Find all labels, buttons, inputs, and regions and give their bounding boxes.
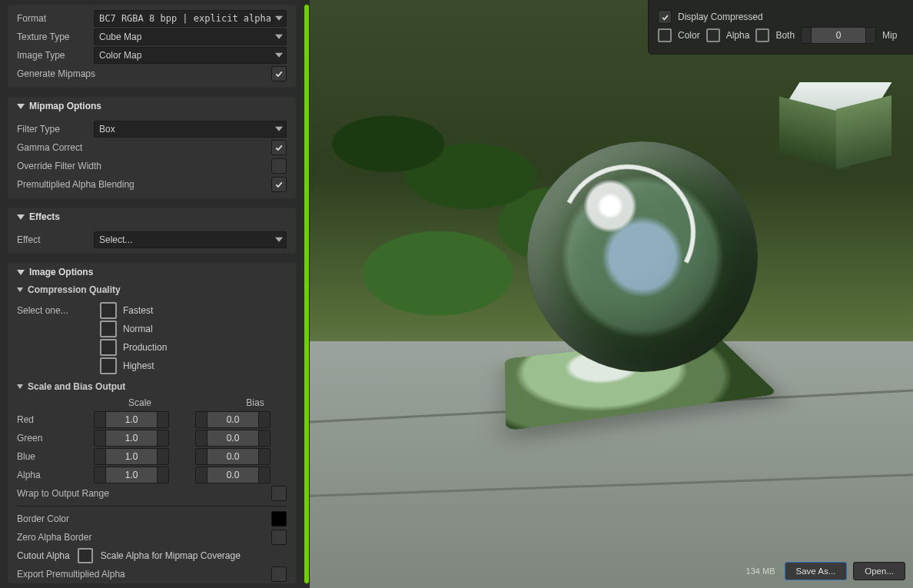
color-channel-checkbox[interactable] — [658, 28, 672, 42]
image-options-panel: Image Options Compression Quality Select… — [8, 263, 296, 583]
chevron-down-icon — [275, 53, 283, 58]
quality-highest-checkbox[interactable] — [100, 357, 117, 374]
preview-scene — [310, 0, 913, 588]
quality-fastest-checkbox[interactable] — [100, 302, 117, 319]
format-dropdown[interactable]: BC7 RGBA 8 bpp | explicit alpha — [94, 10, 287, 27]
save-as-button[interactable]: Save As... — [785, 562, 848, 580]
scale-header: Scale — [94, 397, 186, 408]
scale-alpha-label: Scale Alpha for Mipmap Coverage — [101, 550, 279, 561]
channel-label: Blue — [17, 451, 94, 462]
chevron-down-icon — [275, 16, 283, 21]
filter-type-dropdown[interactable]: Box — [94, 121, 287, 138]
effects-section-header[interactable]: Effects — [8, 208, 296, 226]
properties-sidebar: Format BC7 RGBA 8 bpp | explicit alpha T… — [0, 0, 304, 588]
filter-type-label: Filter Type — [17, 124, 94, 135]
image-type-label: Image Type — [17, 50, 94, 61]
effects-panel: Effects Effect Select... — [8, 208, 296, 254]
app-root: Format BC7 RGBA 8 bpp | explicit alpha T… — [0, 0, 913, 588]
chevron-down-icon — [275, 127, 283, 131]
compression-section-header[interactable]: Compression Quality — [8, 281, 296, 298]
scale-bias-title: Scale and Bias Output — [28, 381, 125, 392]
quality-normal-checkbox[interactable] — [100, 321, 117, 337]
panel-divider[interactable] — [304, 0, 310, 588]
generate-mipmaps-checkbox[interactable] — [271, 66, 287, 81]
image-options-title: Image Options — [29, 267, 93, 277]
wrap-label: Wrap to Output Range — [17, 488, 271, 499]
channel-label: Green — [17, 433, 94, 443]
premult-checkbox[interactable] — [271, 177, 287, 192]
bias-input-blue[interactable]: 0.0 — [195, 448, 271, 465]
both-channel-checkbox[interactable] — [755, 28, 769, 42]
open-button[interactable]: Open... — [853, 562, 905, 580]
image-type-value: Color Map — [99, 50, 141, 61]
quality-production-label: Production — [123, 342, 167, 353]
effect-value: Select... — [99, 234, 132, 245]
channel-label: Red — [17, 414, 94, 425]
generate-mipmaps-label: Generate Mipmaps — [17, 68, 271, 79]
chevron-down-icon — [275, 35, 283, 39]
quality-highest-label: Highest — [123, 360, 154, 371]
scale-bias-section-header[interactable]: Scale and Bias Output — [8, 378, 296, 395]
scale-bias-row: Alpha1.00.0 — [17, 466, 287, 484]
display-compressed-checkbox[interactable] — [658, 10, 672, 24]
gamma-label: Gamma Correct — [17, 142, 271, 153]
viewport-footer: 134 MB Save As... Open... — [743, 562, 905, 580]
texture-type-value: Cube Map — [99, 32, 141, 42]
gamma-checkbox[interactable] — [271, 140, 287, 155]
chevron-down-icon — [275, 238, 283, 242]
triangle-down-icon — [17, 384, 23, 389]
texture-panel: Format BC7 RGBA 8 bpp | explicit alpha T… — [8, 5, 296, 88]
quality-production-checkbox[interactable] — [100, 339, 117, 356]
alpha-label: Alpha — [726, 30, 750, 41]
bias-input-alpha[interactable]: 0.0 — [195, 467, 271, 483]
zero-alpha-checkbox[interactable] — [271, 530, 287, 545]
export-premult-checkbox[interactable] — [271, 566, 287, 582]
triangle-down-icon — [17, 104, 25, 109]
filter-type-value: Box — [99, 124, 115, 135]
check-icon — [274, 143, 284, 152]
scale-input-red[interactable]: 1.0 — [94, 411, 169, 428]
mipmap-section-title: Mipmap Options — [29, 101, 101, 111]
scale-bias-row: Blue1.00.0 — [17, 447, 287, 466]
scale-bias-row: Red1.00.0 — [17, 410, 287, 429]
mipmap-section-header[interactable]: Mipmap Options — [8, 97, 296, 115]
mip-value: 0 — [836, 30, 842, 41]
override-checkbox[interactable] — [271, 158, 287, 174]
bias-input-red[interactable]: 0.0 — [195, 411, 271, 428]
quality-normal-label: Normal — [123, 324, 153, 334]
select-one-label: Select one... — [17, 305, 94, 316]
memory-size-label: 134 MB — [743, 566, 779, 576]
display-compressed-label: Display Compressed — [678, 12, 763, 22]
check-icon — [274, 180, 284, 189]
scale-bias-row: Green1.00.0 — [17, 429, 287, 447]
export-premult-label: Export Premultiplied Alpha — [17, 569, 271, 580]
format-label: Format — [17, 13, 94, 24]
check-icon — [661, 13, 669, 22]
scale-input-blue[interactable]: 1.0 — [94, 448, 169, 465]
image-options-section-header[interactable]: Image Options — [8, 263, 296, 281]
texture-type-dropdown[interactable]: Cube Map — [94, 28, 287, 45]
mipmap-panel: Mipmap Options Filter Type Box Gamma Cor… — [8, 97, 296, 198]
preview-viewport[interactable]: Display Compressed Color Alpha Both 0 Mi… — [310, 0, 913, 588]
mip-label: Mip — [882, 30, 897, 41]
effect-label: Effect — [17, 234, 94, 245]
image-type-dropdown[interactable]: Color Map — [94, 47, 287, 64]
channel-label: Alpha — [17, 470, 94, 480]
triangle-down-icon — [17, 270, 25, 275]
effect-dropdown[interactable]: Select... — [94, 231, 287, 248]
triangle-down-icon — [17, 287, 23, 292]
scale-alpha-checkbox[interactable] — [78, 548, 93, 563]
override-label: Override Filter Width — [17, 161, 271, 171]
mip-level-input[interactable]: 0 — [801, 27, 876, 44]
check-icon — [274, 69, 284, 78]
cutout-label: Cutout Alpha — [17, 550, 70, 561]
premult-label: Premultiplied Alpha Blending — [17, 179, 271, 190]
wrap-checkbox[interactable] — [271, 486, 287, 501]
border-color-swatch[interactable] — [271, 511, 287, 527]
scale-input-green[interactable]: 1.0 — [94, 430, 169, 447]
scale-input-alpha[interactable]: 1.0 — [94, 467, 169, 483]
bias-input-green[interactable]: 0.0 — [195, 430, 271, 447]
alpha-channel-checkbox[interactable] — [706, 28, 720, 42]
border-color-label: Border Color — [17, 513, 271, 524]
quality-fastest-label: Fastest — [123, 305, 153, 316]
